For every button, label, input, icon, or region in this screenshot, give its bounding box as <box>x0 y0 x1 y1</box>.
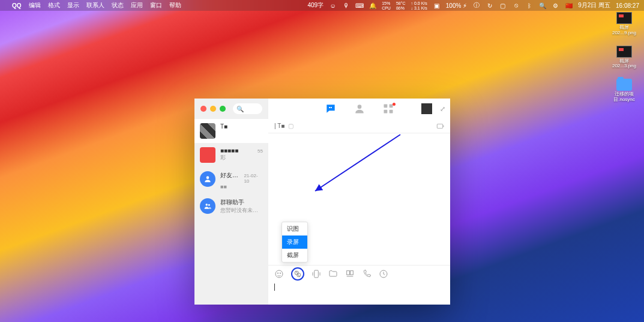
call-tool-icon[interactable] <box>362 269 372 279</box>
window-minimize-button[interactable] <box>210 106 216 112</box>
screenshot-popup-menu: 识图 录屏 截屏 <box>281 222 308 263</box>
qq-sidebar: 🔍 T■ ■■■■■55 彩 好友验…21-02 <box>194 99 268 305</box>
menubar-item-window[interactable]: 窗口 <box>150 1 162 10</box>
screenshot-tool-icon[interactable] <box>291 267 304 281</box>
svg-rect-5 <box>389 105 393 108</box>
desktop-icons: 截屏202...9.png 截屏202...3.png 迁移的项目.nosync <box>610 12 638 103</box>
window-maximize-button[interactable] <box>220 106 226 112</box>
battery-status[interactable]: 100% ⚡︎ <box>446 2 467 9</box>
chat-header-name: | T■ <box>274 123 284 129</box>
chat-name: 群聊助手 <box>220 198 244 207</box>
chat-time: 55 <box>257 148 263 154</box>
self-avatar[interactable] <box>421 103 432 114</box>
menubar-item-help[interactable]: 帮助 <box>169 1 181 10</box>
text-cursor-icon <box>274 284 275 291</box>
chat-preview: ■■ <box>220 184 263 190</box>
svg-point-1 <box>206 204 208 206</box>
folder-icon <box>616 79 632 91</box>
popup-item-record[interactable]: 录屏 <box>282 235 307 249</box>
svg-rect-7 <box>389 110 393 114</box>
avatar-icon <box>200 147 215 163</box>
notification-dot-icon <box>393 103 396 106</box>
tray-app-icon[interactable]: ▣ <box>433 2 441 10</box>
tab-contacts[interactable] <box>354 103 366 115</box>
chat-item[interactable]: T■ <box>194 119 268 143</box>
chat-header: | T■ ▢ <box>268 119 450 133</box>
time-machine-icon[interactable]: ↻ <box>486 2 493 10</box>
shake-tool-icon[interactable] <box>311 269 321 279</box>
chat-item[interactable]: 群聊助手 您暂时没有未读消息 <box>194 194 268 219</box>
annotation-arrow-icon <box>304 131 406 197</box>
qq-window: 🔍 T■ ■■■■■55 彩 好友验…21-02 <box>194 99 450 305</box>
input-bar <box>268 265 450 305</box>
chat-settings-icon[interactable] <box>436 122 444 130</box>
chat-name: T■ <box>220 123 227 130</box>
message-input[interactable] <box>268 282 450 305</box>
chat-list: T■ ■■■■■55 彩 好友验…21-02-10 ■■ <box>194 119 268 305</box>
chat-item[interactable]: ■■■■■55 彩 <box>194 143 268 167</box>
mic-status-icon[interactable]: 🎙 <box>342 2 350 10</box>
main-tabs: •• ⤢ <box>268 99 450 119</box>
screenshot-thumb-icon <box>616 46 632 58</box>
svg-rect-6 <box>384 110 387 114</box>
avatar-icon <box>200 198 215 214</box>
desktop-file[interactable]: 截屏202...3.png <box>610 46 638 70</box>
net-status[interactable]: ↑ 0.0 K/s↓ 3.1 K/s <box>411 1 427 10</box>
desktop-file[interactable]: 迁移的项目.nosync <box>610 79 638 103</box>
menubar-item-contacts[interactable]: 联系人 <box>86 1 104 10</box>
search-icon: 🔍 <box>236 106 244 112</box>
emoji-status-icon[interactable]: ☺ <box>329 2 337 10</box>
ime-indicator[interactable]: 409字 <box>307 1 324 10</box>
input-toolbar <box>268 266 450 282</box>
menubar-time[interactable]: 16:08:27 <box>616 2 639 9</box>
desktop-file[interactable]: 截屏202...9.png <box>610 12 638 36</box>
svg-point-10 <box>275 270 283 278</box>
spotlight-icon[interactable]: 🔍 <box>538 2 546 10</box>
popup-item-screenshot[interactable]: 截屏 <box>282 249 307 262</box>
svg-rect-17 <box>351 271 354 275</box>
emoji-tool-icon[interactable] <box>274 269 284 279</box>
chat-name: ■■■■■ <box>220 147 238 154</box>
svg-rect-4 <box>384 105 387 108</box>
history-tool-icon[interactable] <box>379 269 388 279</box>
screenshot-thumb-icon <box>616 12 632 24</box>
svg-rect-8 <box>437 124 442 128</box>
qq-main: •• ⤢ | T■ ▢ 识图 <box>268 99 450 305</box>
menubar-item-format[interactable]: 格式 <box>48 1 60 10</box>
menubar: QQ 编辑 格式 显示 联系人 状态 应用 窗口 帮助 409字 ☺ 🎙 ⌨ 🔔… <box>0 0 644 11</box>
control-center-icon[interactable]: ⚙ <box>552 2 559 10</box>
svg-point-0 <box>206 176 209 179</box>
file-tool-icon[interactable] <box>328 269 338 279</box>
menubar-app-name[interactable]: QQ <box>12 2 22 9</box>
image-tool-icon[interactable] <box>345 269 355 279</box>
menubar-item-status[interactable]: 状态 <box>112 1 124 10</box>
temp-status[interactable]: 58°C86% <box>396 1 406 10</box>
menubar-item-apps[interactable]: 应用 <box>131 1 143 10</box>
menubar-item-view[interactable]: 显示 <box>67 1 79 10</box>
chat-preview: 彩 <box>220 154 263 162</box>
tab-messages[interactable]: •• <box>325 103 337 115</box>
tray-box-icon[interactable]: ▢ <box>499 2 507 10</box>
chat-name: 好友验… <box>220 171 244 180</box>
svg-point-3 <box>357 105 361 109</box>
cpu-status[interactable]: 15%CPU <box>382 1 391 10</box>
search-input[interactable]: 🔍 <box>233 103 262 114</box>
chat-body: 识图 录屏 截屏 <box>268 133 450 265</box>
svg-point-11 <box>277 273 278 273</box>
svg-rect-16 <box>347 271 350 275</box>
titlebar: 🔍 <box>194 99 268 119</box>
menubar-date[interactable]: 9月2日 周五 <box>578 1 610 10</box>
notification-bell-icon[interactable]: 🔔 <box>369 2 376 10</box>
window-close-button[interactable] <box>200 106 206 112</box>
bluetooth-icon[interactable]: ᛒ <box>525 2 533 10</box>
avatar-icon <box>200 123 215 139</box>
popup-item-ocr[interactable]: 识图 <box>282 222 307 235</box>
do-not-disturb-icon[interactable]: ⦸ <box>512 2 520 10</box>
flag-icon[interactable]: 🇨🇳 <box>565 2 573 10</box>
expand-window-button[interactable]: ⤢ <box>440 105 445 113</box>
info-icon[interactable]: ⓘ <box>472 2 480 10</box>
ime-switch-icon[interactable]: ⌨ <box>355 2 363 10</box>
menubar-item-edit[interactable]: 编辑 <box>29 1 41 10</box>
tab-apps[interactable] <box>382 103 394 115</box>
chat-item[interactable]: 好友验…21-02-10 ■■ <box>194 167 268 194</box>
